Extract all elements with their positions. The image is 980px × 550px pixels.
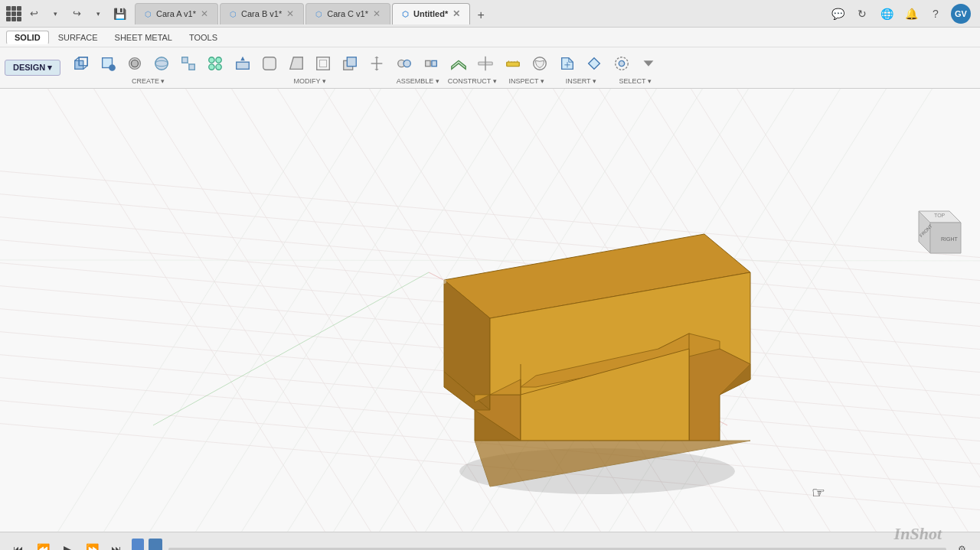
tab-cara-b[interactable]: ⬡ Cara B v1* ✕ [220,3,304,24]
tab-icon: ⬡ [230,10,237,18]
svg-line-11 [188,63,189,64]
refresh-icon[interactable]: ↻ [853,5,871,23]
redo-dropdown[interactable]: ▾ [89,5,107,23]
insert-label: INSERT ▾ [566,77,596,85]
mode-tools[interactable]: TOOLS [181,31,225,44]
skip-forward-button[interactable]: ⏭ [107,540,126,551]
timeline-area [132,539,946,551]
prev-frame-button[interactable]: ⏪ [34,540,52,551]
mode-solid[interactable]: SOLID [6,31,49,44]
svg-text:RIGHT: RIGHT [941,236,959,242]
tab-cara-c[interactable]: ⬡ Cara C v1* ✕ [305,3,390,24]
svg-marker-17 [240,57,245,61]
modify-scale-button[interactable] [364,50,390,76]
main-viewport[interactable]: TOP FRONT RIGHT ☞ [0,89,980,532]
bell-icon[interactable]: 🔔 [902,5,920,23]
modify-chamfer-button[interactable] [283,50,309,76]
mode-sheetmetal[interactable]: SHEET METAL [107,31,180,44]
inspect-section: INSPECT ▾ [500,50,553,85]
assemble-section: ASSEMBLE ▾ [391,50,444,85]
skip-back-button[interactable]: ⏮ [9,540,28,551]
help-icon[interactable]: ? [926,5,945,23]
3d-object [442,234,750,494]
create-revolve-button[interactable] [122,50,148,76]
modify-shell-button[interactable] [310,50,336,76]
select-section: SELECT ▾ [609,50,662,85]
select-button[interactable] [609,50,635,76]
title-bar-tabs: ⬡ Cara A v1* ✕ ⬡ Cara B v1* ✕ ⬡ Cara C v… [135,3,828,24]
modify-label: MODIFY ▾ [294,77,326,85]
timeline-thumb[interactable] [149,539,162,551]
modify-presspull-button[interactable] [230,50,256,76]
design-dropdown[interactable]: DESIGN ▾ [5,60,60,76]
redo-button[interactable]: ↪ [67,5,86,23]
tab-label: Cara A v1* [156,9,196,18]
svg-point-14 [209,64,214,70]
title-bar-actions: 💬 ↻ 🌐 🔔 ? GV [828,4,980,24]
svg-rect-10 [189,64,194,70]
create-box-button[interactable] [68,50,94,76]
next-frame-button[interactable]: ⏩ [83,540,101,551]
title-bar: ↩ ▾ ↪ ▾ 💾 ⬡ Cara A v1* ✕ ⬡ Cara B v1* ✕ … [0,0,980,28]
tab-cara-a[interactable]: ⬡ Cara A v1* ✕ [135,3,218,24]
grid-background: TOP FRONT RIGHT ☞ [0,89,980,532]
undo-button[interactable]: ↩ [24,5,43,23]
globe-icon[interactable]: 🌐 [877,5,896,23]
assemble-joint-button[interactable] [391,50,417,76]
svg-point-13 [216,57,221,63]
user-avatar[interactable]: GV [951,4,971,24]
svg-text:+: + [111,65,113,70]
insert-svg-button[interactable] [554,50,580,76]
timeline-frame-indicator[interactable] [132,539,144,551]
create-sphere-button[interactable] [149,50,175,76]
construct-plane-button[interactable] [446,50,472,76]
svg-point-40 [619,60,625,66]
modify-combine-button[interactable] [337,50,363,76]
construct-axis-button[interactable] [472,50,498,76]
main-toolbar: DESIGN ▾ + [0,47,980,88]
chat-icon[interactable]: 💬 [828,5,847,23]
svg-rect-22 [348,57,357,67]
create-pattern-button[interactable] [202,50,228,76]
play-button[interactable]: ▶ [58,540,77,551]
tab-icon: ⬡ [402,10,409,18]
new-tab-button[interactable]: + [472,6,490,24]
modify-fillet-button[interactable] [256,50,283,76]
tab-close[interactable]: ✕ [452,9,460,18]
toolbar-area: SOLID SURFACE SHEET METAL TOOLS DESIGN ▾ [0,28,980,89]
origin-point [442,279,446,284]
bottom-bar: ⏮ ⏪ ▶ ⏩ ⏭ InShot ⚙ [0,532,980,550]
mode-bar: SOLID SURFACE SHEET METAL TOOLS [0,28,980,47]
create-sketch-button[interactable]: + [95,50,121,76]
tab-untitled[interactable]: ⬡ Untitled* ✕ [392,3,470,24]
svg-rect-18 [263,57,276,70]
tab-close[interactable]: ✕ [373,9,381,18]
insert-section: INSERT ▾ [554,50,607,85]
tab-icon: ⬡ [315,10,322,18]
inspect-measure-button[interactable] [500,50,526,76]
app-grid-icon[interactable] [6,6,21,21]
inspect-zebra-button[interactable] [527,50,553,76]
mode-surface[interactable]: SURFACE [51,31,106,44]
insert-mesh-button[interactable] [581,50,607,76]
inspect-label: INSPECT ▾ [509,77,544,85]
assemble-align-button[interactable] [418,50,444,76]
settings-button[interactable]: ⚙ [952,540,971,551]
create-section: + [68,50,228,85]
save-button[interactable]: 💾 [110,5,129,23]
svg-point-6 [132,60,139,67]
timeline-track[interactable] [168,548,946,551]
nav-cube[interactable]: TOP FRONT RIGHT [919,211,961,253]
svg-rect-20 [320,60,327,67]
tab-icon: ⬡ [145,10,152,18]
title-bar-left: ↩ ▾ ↪ ▾ 💾 [6,5,129,23]
svg-point-15 [216,64,221,70]
create-loft-button[interactable] [175,50,201,76]
tab-close[interactable]: ✕ [201,9,208,18]
tab-close[interactable]: ✕ [286,9,294,18]
select-dropdown[interactable] [635,50,662,76]
undo-dropdown[interactable]: ▾ [46,5,64,23]
tab-label: Cara C v1* [327,9,368,18]
construct-section: CONSTRUCT ▾ [446,50,498,85]
assemble-label: ASSEMBLE ▾ [397,77,439,85]
